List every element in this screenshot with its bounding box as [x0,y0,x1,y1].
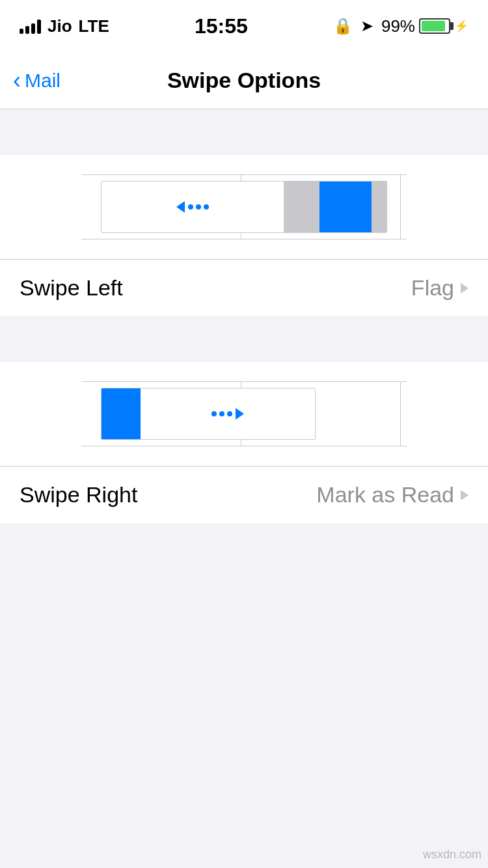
dots-right-icon [211,411,232,416]
location-icon: ➤ [360,17,373,35]
swipe-left-section: Swipe Left Flag [0,155,488,316]
swipe-right-label: Swipe Right [20,482,137,508]
swipe-left-preview-container [0,155,488,259]
lock-icon: 🔒 [333,17,353,35]
page-title: Swipe Options [167,68,321,93]
section-gap-top [0,109,488,155]
arrow-left-icon [176,201,185,213]
swipe-left-value-wrapper: Flag [411,275,468,301]
status-right: 🔒 ➤ 99% ⚡ [333,16,468,36]
battery-fill [422,21,445,31]
status-bar: Jio LTE 15:55 🔒 ➤ 99% ⚡ [0,0,488,52]
preview-top-line [81,174,407,175]
swipe-left-row-setting[interactable]: Swipe Left Flag [0,259,488,316]
back-label: Mail [25,70,61,92]
bottom-gray-area [0,523,488,796]
swipe-left-actions-area [284,182,386,232]
swipe-right-row [101,388,316,440]
network-label: LTE [79,16,109,36]
preview-bottom-line-right [81,446,407,446]
section-gap-middle [0,316,488,362]
watermark: wsxdn.com [423,848,481,861]
arrow-right-icon [236,408,244,420]
swipe-left-indicator [176,201,209,213]
battery-body [419,18,450,34]
swipe-right-main-area [141,388,315,439]
back-chevron-icon: ‹ [13,69,21,92]
swipe-left-label: Swipe Left [20,275,123,301]
swipe-right-action-area [102,388,141,439]
charging-icon: ⚡ [454,19,468,33]
swipe-left-row [101,181,387,233]
carrier-label: Jio [47,16,72,36]
swipe-right-row-setting[interactable]: Swipe Right Mark as Read [0,466,488,523]
swipe-left-main-area [102,182,284,232]
chevron-right-icon-2 [461,490,468,500]
signal-bars-icon [20,18,41,34]
swipe-right-preview-container [0,362,488,466]
status-time: 15:55 [195,14,248,38]
action-gray-2 [372,182,386,232]
swipe-right-value-wrapper: Mark as Read [316,482,468,508]
nav-bar: ‹ Mail Swipe Options [0,52,488,109]
swipe-right-indicator [211,408,244,420]
swipe-left-value: Flag [411,275,454,301]
swipe-right-diagram [81,381,407,446]
status-left: Jio LTE [20,16,109,36]
back-button[interactable]: ‹ Mail [13,69,61,92]
action-blue [319,182,372,232]
preview-top-line-right [81,381,407,382]
battery-percentage: 99% [381,16,415,36]
swipe-left-diagram [81,174,407,239]
chevron-right-icon [461,283,468,293]
preview-bottom-line [81,239,407,239]
swipe-right-value: Mark as Read [316,482,454,508]
action-gray-1 [284,182,319,232]
swipe-right-section: Swipe Right Mark as Read [0,362,488,523]
dots-icon [188,204,209,210]
battery-wrapper: 99% ⚡ [381,16,468,36]
